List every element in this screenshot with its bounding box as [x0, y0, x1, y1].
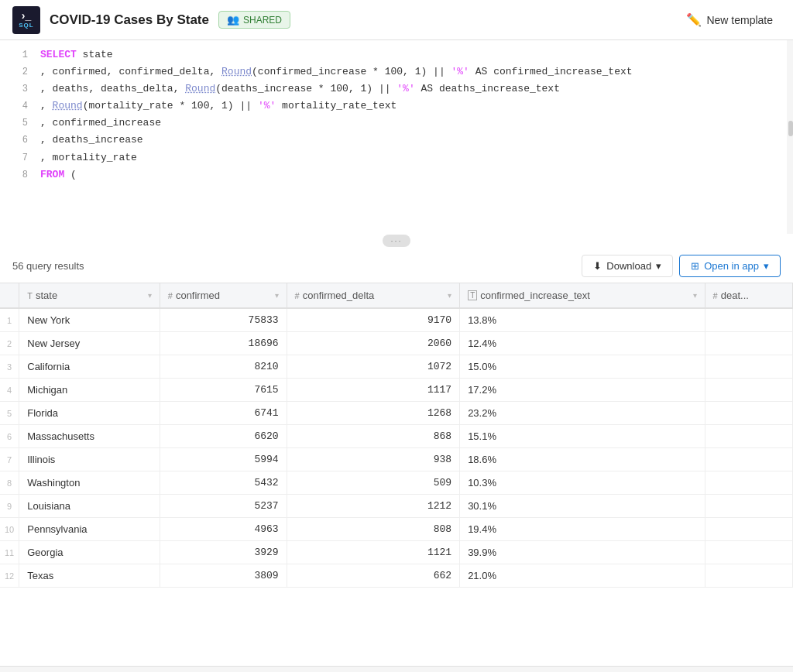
- table-row: 8 Washington 5432 509 10.3%: [0, 471, 793, 495]
- table-body: 1 New York 75833 9170 13.8% 2 New Jersey…: [0, 308, 793, 588]
- results-table-wrapper[interactable]: T state ▾ # confirmed ▾ # confirmed_: [0, 283, 793, 666]
- cell-deat: [705, 332, 792, 355]
- col-header-state[interactable]: T state ▾: [19, 283, 160, 308]
- sql-code-block: 1 SELECT state 2 , confirmed, confirmed_…: [0, 46, 793, 183]
- cell-deat: [705, 471, 792, 495]
- cell-confirmed-delta: 868: [287, 425, 460, 448]
- state-sort-icon[interactable]: ▾: [148, 291, 152, 300]
- shared-label: SHARED: [243, 15, 282, 26]
- cell-state: Illinois: [19, 448, 160, 471]
- cell-deat: [705, 402, 792, 425]
- cell-deat: [705, 518, 792, 541]
- cell-state: Texas: [19, 564, 160, 588]
- cell-state: New York: [19, 308, 160, 332]
- cell-confirmed: 5432: [160, 471, 287, 495]
- row-number: 8: [0, 471, 19, 495]
- confirmed-delta-col-label: confirmed_delta: [303, 290, 375, 301]
- row-number: 11: [0, 541, 19, 564]
- cell-confirmed-increase-text: 30.1%: [460, 495, 705, 518]
- col-header-confirmed-increase-text[interactable]: T confirmed_increase_text ▾: [460, 283, 705, 308]
- cell-confirmed-delta: 2060: [287, 332, 460, 355]
- cell-confirmed-increase-text: 13.8%: [460, 308, 705, 332]
- state-col-label: state: [36, 290, 57, 301]
- cell-confirmed-delta: 808: [287, 518, 460, 541]
- cell-confirmed: 6741: [160, 402, 287, 425]
- cell-deat: [705, 379, 792, 402]
- table-row: 9 Louisiana 5237 1212 30.1%: [0, 495, 793, 518]
- cell-confirmed-increase-text: 21.0%: [460, 564, 705, 588]
- sql-editor[interactable]: 1 SELECT state 2 , confirmed, confirmed_…: [0, 40, 793, 242]
- table-header: T state ▾ # confirmed ▾ # confirmed_: [0, 283, 793, 308]
- cit-sort-icon[interactable]: ▾: [693, 291, 697, 300]
- state-col-type-icon: T: [27, 291, 33, 300]
- table-row: 12 Texas 3809 662 21.0%: [0, 564, 793, 588]
- open-app-chevron-icon: ▾: [764, 260, 769, 272]
- results-count: 56 query results: [12, 260, 84, 272]
- row-number: 4: [0, 379, 19, 402]
- cell-confirmed-increase-text: 12.4%: [460, 332, 705, 355]
- open-app-grid-icon: ⊞: [691, 260, 699, 272]
- table-row: 4 Michigan 7615 1117 17.2%: [0, 379, 793, 402]
- confirmed-col-label: confirmed: [176, 290, 220, 301]
- cell-deat: [705, 448, 792, 471]
- editor-scrollbar[interactable]: [787, 40, 793, 241]
- cell-deat: [705, 564, 792, 588]
- row-number: 10: [0, 518, 19, 541]
- sql-line-4: 4 , Round(mortality_rate * 100, 1) || '%…: [0, 98, 793, 115]
- cell-confirmed: 3809: [160, 564, 287, 588]
- col-header-confirmed[interactable]: # confirmed ▾: [160, 283, 287, 308]
- sql-line-7: 7 , mortality_rate: [0, 149, 793, 166]
- new-template-button[interactable]: ✏️ New template: [678, 8, 781, 32]
- deat-col-type-icon: #: [713, 291, 718, 300]
- header-left: ›_ SQL COVID-19 Cases By State 👥 SHARED: [12, 6, 290, 34]
- cell-confirmed: 6620: [160, 425, 287, 448]
- cell-confirmed-increase-text: 39.9%: [460, 541, 705, 564]
- confirmed-sort-icon[interactable]: ▾: [275, 291, 279, 300]
- table-row: 10 Pennsylvania 4963 808 19.4%: [0, 518, 793, 541]
- app-header: ›_ SQL COVID-19 Cases By State 👥 SHARED …: [0, 0, 793, 40]
- row-number: 12: [0, 564, 19, 588]
- cell-confirmed-delta: 662: [287, 564, 460, 588]
- resize-handle[interactable]: ···: [0, 234, 793, 248]
- cell-state: Louisiana: [19, 495, 160, 518]
- cell-deat: [705, 308, 792, 332]
- cell-confirmed-delta: 509: [287, 471, 460, 495]
- download-button[interactable]: ⬇ Download ▾: [582, 255, 673, 277]
- row-number: 7: [0, 448, 19, 471]
- editor-scroll-thumb[interactable]: [788, 121, 793, 136]
- row-num-header: [0, 283, 19, 308]
- table-row: 7 Illinois 5994 938 18.6%: [0, 448, 793, 471]
- open-in-app-button[interactable]: ⊞ Open in app ▾: [679, 255, 781, 277]
- cell-state: Massachusetts: [19, 425, 160, 448]
- cell-confirmed-delta: 1268: [287, 402, 460, 425]
- wand-icon: ✏️: [686, 12, 702, 27]
- cell-confirmed-increase-text: 15.1%: [460, 425, 705, 448]
- page-title: COVID-19 Cases By State: [50, 12, 209, 28]
- cell-confirmed: 3929: [160, 541, 287, 564]
- col-header-confirmed-delta[interactable]: # confirmed_delta ▾: [287, 283, 460, 308]
- cell-confirmed-increase-text: 19.4%: [460, 518, 705, 541]
- row-number: 9: [0, 495, 19, 518]
- confirmed-delta-sort-icon[interactable]: ▾: [448, 291, 451, 300]
- shared-badge: 👥 SHARED: [218, 11, 290, 29]
- cell-state: Michigan: [19, 379, 160, 402]
- sql-line-1: 1 SELECT state: [0, 46, 793, 63]
- cell-deat: [705, 355, 792, 379]
- cell-state: Washington: [19, 471, 160, 495]
- table-row: 1 New York 75833 9170 13.8%: [0, 308, 793, 332]
- table-row: 2 New Jersey 18696 2060 12.4%: [0, 332, 793, 355]
- sql-line-2: 2 , confirmed, confirmed_delta, Round(co…: [0, 63, 793, 81]
- open-app-label: Open in app: [704, 260, 759, 272]
- cell-confirmed-increase-text: 18.6%: [460, 448, 705, 471]
- cell-confirmed-delta: 1212: [287, 495, 460, 518]
- download-chevron-icon: ▾: [656, 260, 661, 272]
- cell-confirmed-increase-text: 23.2%: [460, 402, 705, 425]
- horizontal-scrollbar[interactable]: [0, 666, 793, 672]
- cell-state: New Jersey: [19, 332, 160, 355]
- deat-col-label: deat...: [721, 290, 749, 301]
- results-table: T state ▾ # confirmed ▾ # confirmed_: [0, 283, 793, 588]
- cell-confirmed: 75833: [160, 308, 287, 332]
- cit-col-type-icon: T: [468, 290, 477, 300]
- download-label: Download: [606, 260, 651, 272]
- sql-logo-icon: ›_ SQL: [12, 6, 40, 34]
